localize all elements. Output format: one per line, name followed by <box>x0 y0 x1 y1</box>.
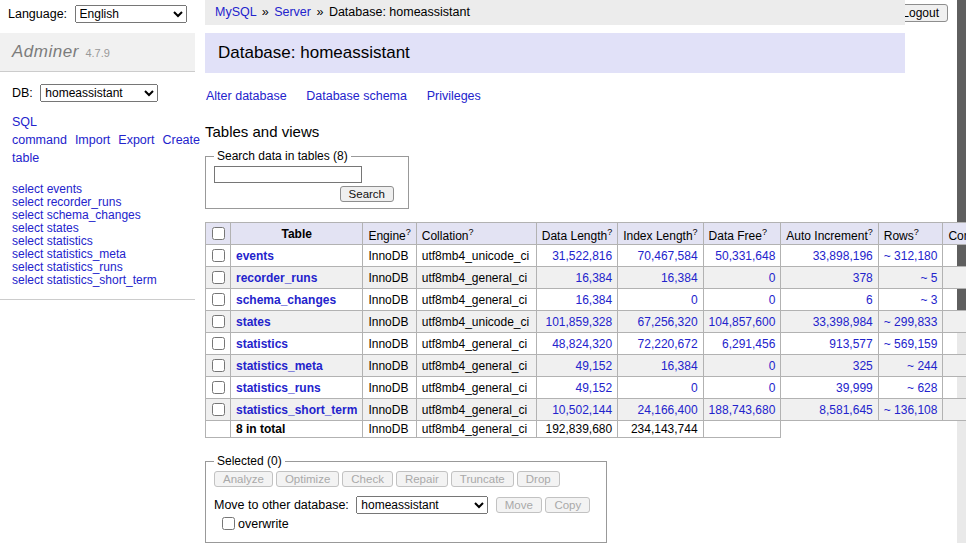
move-db-select[interactable]: homeassistant <box>356 496 488 514</box>
auto-increment-link[interactable]: 33,898,196 <box>813 249 873 263</box>
auto-increment-link[interactable]: 8,581,645 <box>819 403 872 417</box>
language-bar: Language: English <box>8 5 187 23</box>
rows-link[interactable]: ~ 136,108 <box>884 403 938 417</box>
row-checkbox[interactable] <box>212 271 225 284</box>
rows-link[interactable]: ~ 569,159 <box>884 337 938 351</box>
data-free-link[interactable]: 6,291,456 <box>722 337 775 351</box>
help-link[interactable]: ? <box>693 227 698 237</box>
index-length-link[interactable]: 70,467,584 <box>638 249 698 263</box>
collation-cell: utf8mb4_general_ci <box>416 289 536 311</box>
index-length-link[interactable]: 72,220,672 <box>638 337 698 351</box>
auto-increment-link[interactable]: 33,398,984 <box>813 315 873 329</box>
breadcrumb-mysql-link[interactable]: MySQL <box>215 5 256 19</box>
col-header-table: Table <box>231 223 363 245</box>
select-all-checkbox[interactable] <box>212 227 225 240</box>
row-checkbox[interactable] <box>212 381 225 394</box>
help-link[interactable]: ? <box>406 227 411 237</box>
help-link[interactable]: ? <box>468 227 473 237</box>
data-length-link[interactable]: 10,502,144 <box>552 403 612 417</box>
breadcrumb-server-link[interactable]: Server <box>274 5 311 19</box>
sidebar-action-link[interactable]: SQL command <box>12 115 67 147</box>
data-free-cell: 0 <box>703 289 781 311</box>
data-length-link[interactable]: 49,152 <box>575 359 612 373</box>
auto-increment-link[interactable]: 325 <box>853 359 873 373</box>
data-length-link[interactable]: 16,384 <box>575 293 612 307</box>
data-free-link[interactable]: 0 <box>769 381 776 395</box>
help-link[interactable]: ? <box>868 227 873 237</box>
table-name-link[interactable]: statistics <box>236 337 288 351</box>
selected-action-button[interactable]: Analyze <box>214 471 273 487</box>
data-free-link[interactable]: 0 <box>769 293 776 307</box>
help-link[interactable]: ? <box>914 227 919 237</box>
table-name-cell: statistics_meta <box>231 355 363 377</box>
selected-action-button[interactable]: Optimize <box>276 471 339 487</box>
table-name-link[interactable]: recorder_runs <box>236 271 317 285</box>
data-length-link[interactable]: 31,522,816 <box>552 249 612 263</box>
data-length-link[interactable]: 101,859,328 <box>545 315 612 329</box>
privileges-link[interactable]: Privileges <box>427 89 481 103</box>
table-name-link[interactable]: schema_changes <box>236 293 336 307</box>
alter-database-link[interactable]: Alter database <box>206 89 287 103</box>
index-length-link[interactable]: 0 <box>691 381 698 395</box>
row-checkbox[interactable] <box>212 249 225 262</box>
move-row: Move to other database: homeassistant Mo… <box>214 496 598 533</box>
index-length-link[interactable]: 24,166,400 <box>638 403 698 417</box>
help-link[interactable]: ? <box>762 227 767 237</box>
row-checkbox[interactable] <box>212 337 225 350</box>
row-checkbox[interactable] <box>212 359 225 372</box>
search-button[interactable]: Search <box>340 186 394 202</box>
data-length-link[interactable]: 48,824,320 <box>552 337 612 351</box>
index-length-link[interactable]: 16,384 <box>661 359 698 373</box>
sidebar-action-link[interactable]: Export <box>118 133 154 147</box>
auto-increment-link[interactable]: 6 <box>866 293 873 307</box>
data-free-link[interactable]: 50,331,648 <box>715 249 775 263</box>
sidebar-table-link[interactable]: select statistics_short_term <box>12 274 183 287</box>
selected-action-button[interactable]: Check <box>342 471 393 487</box>
overwrite-checkbox[interactable] <box>222 517 235 530</box>
row-checkbox[interactable] <box>212 403 225 416</box>
data-length-link[interactable]: 16,384 <box>575 271 612 285</box>
move-button[interactable]: Move <box>496 497 542 513</box>
search-input[interactable] <box>214 166 362 183</box>
auto-increment-link[interactable]: 378 <box>853 271 873 285</box>
index-length-link[interactable]: 0 <box>691 293 698 307</box>
rows-cell: ~ 5 <box>878 267 943 289</box>
auto-increment-link[interactable]: 39,999 <box>836 381 873 395</box>
rows-link[interactable]: ~ 299,833 <box>884 315 938 329</box>
total-data-length: 192,839,680 <box>536 421 617 438</box>
rows-link[interactable]: ~ 312,180 <box>884 249 938 263</box>
language-select[interactable]: English <box>75 5 187 23</box>
database-schema-link[interactable]: Database schema <box>306 89 407 103</box>
index-length-link[interactable]: 67,256,320 <box>638 315 698 329</box>
row-checkbox[interactable] <box>212 293 225 306</box>
auto-increment-cell: 6 <box>781 289 878 311</box>
help-link[interactable]: ? <box>607 227 612 237</box>
row-checkbox[interactable] <box>212 315 225 328</box>
table-name-link[interactable]: statistics_meta <box>236 359 323 373</box>
rows-link[interactable]: ~ 244 <box>907 359 937 373</box>
selected-action-button[interactable]: Truncate <box>451 471 514 487</box>
db-select[interactable]: homeassistant <box>40 84 158 102</box>
selected-action-button[interactable]: Drop <box>517 471 560 487</box>
comment-cell <box>943 333 966 355</box>
data-free-link[interactable]: 0 <box>769 271 776 285</box>
index-length-link[interactable]: 16,384 <box>661 271 698 285</box>
auto-increment-link[interactable]: 913,577 <box>829 337 872 351</box>
data-free-link[interactable]: 104,857,600 <box>709 315 776 329</box>
selected-action-button[interactable]: Repair <box>396 471 448 487</box>
data-free-link[interactable]: 0 <box>769 359 776 373</box>
data-length-cell: 31,522,816 <box>536 245 617 267</box>
rows-link[interactable]: ~ 3 <box>920 293 937 307</box>
comment-cell <box>943 355 966 377</box>
table-name-link[interactable]: states <box>236 315 271 329</box>
table-name-link[interactable]: statistics_runs <box>236 381 321 395</box>
copy-button[interactable]: Copy <box>545 497 590 513</box>
rows-link[interactable]: ~ 628 <box>907 381 937 395</box>
table-name-link[interactable]: statistics_short_term <box>236 403 357 417</box>
sidebar-action-link[interactable]: Import <box>75 133 110 147</box>
auto-increment-cell: 913,577 <box>781 333 878 355</box>
data-free-link[interactable]: 188,743,680 <box>709 403 776 417</box>
data-length-link[interactable]: 49,152 <box>575 381 612 395</box>
table-name-link[interactable]: events <box>236 249 274 263</box>
rows-link[interactable]: ~ 5 <box>920 271 937 285</box>
